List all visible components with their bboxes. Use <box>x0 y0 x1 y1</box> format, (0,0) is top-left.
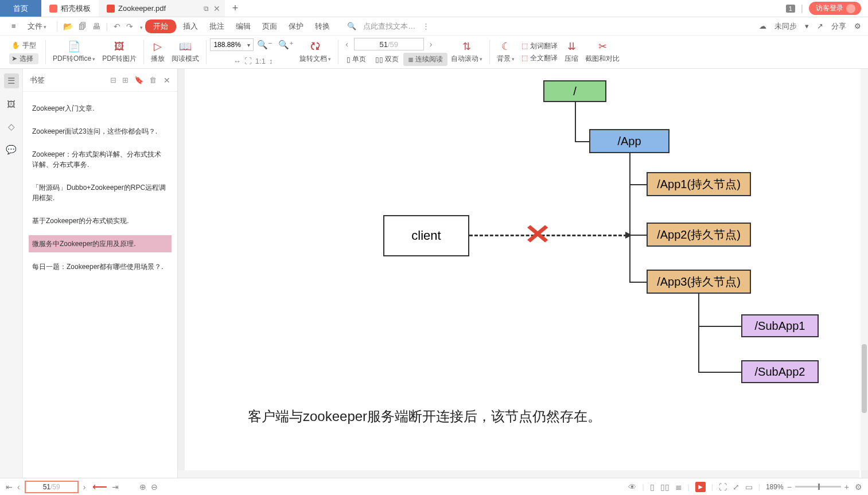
share-icon[interactable]: ↗ <box>817 22 823 30</box>
full-translate-button[interactable]: ⬚全文翻译 <box>521 53 558 63</box>
zoom-in-icon[interactable]: 🔍⁺ <box>276 40 296 50</box>
settings-icon[interactable]: ⚙ <box>854 22 861 30</box>
pdf-to-office-button[interactable]: 📄PDF转Office <box>49 40 99 64</box>
menu-insert[interactable]: 插入 <box>178 20 203 33</box>
horizontal-scrollbar[interactable] <box>178 470 859 478</box>
record-icon[interactable]: ▶ <box>695 482 706 492</box>
pdf-to-image-button[interactable]: 🖼PDF转图片 <box>99 41 140 64</box>
single-page-button[interactable]: ▯单页 <box>342 53 371 66</box>
select-mode-button[interactable]: ➤选择 <box>9 53 38 64</box>
page-next-icon[interactable]: › <box>426 40 436 49</box>
attachments-rail-icon[interactable]: ◇ <box>4 119 19 134</box>
outline-rail-icon[interactable]: ☰ <box>4 73 19 88</box>
settings-status-icon[interactable]: ⚙ <box>855 482 862 492</box>
background-button[interactable]: ☾背景 <box>493 40 518 64</box>
vertical-scrollbar[interactable] <box>861 69 868 470</box>
zoom-input[interactable]: ▾ <box>210 38 254 51</box>
first-page-icon[interactable]: ⇤ <box>6 482 13 492</box>
undo-icon[interactable]: ↶ <box>114 22 120 31</box>
bookmark-item[interactable]: Zookeeper入门文章. <box>29 100 172 117</box>
share-label[interactable]: 分享 <box>831 21 846 32</box>
tab-template[interactable]: 稻壳模板 <box>41 0 99 17</box>
add-page-icon[interactable]: ⊕ <box>139 482 146 492</box>
bookmark-item[interactable]: 「附源码」Dubbo+Zookeeper的RPC远程调用框架. <box>29 179 172 206</box>
zoom-in-btn[interactable]: + <box>844 482 849 492</box>
search-hint[interactable]: 点此查找文本… <box>359 20 420 33</box>
presentation-icon[interactable]: ▭ <box>745 482 753 492</box>
remove-page-icon[interactable]: ⊖ <box>151 482 158 492</box>
view-single-icon[interactable]: ▯ <box>650 482 655 492</box>
page-input[interactable]: 51/59 <box>354 38 424 50</box>
zoom-dropdown-icon[interactable]: ▾ <box>244 42 253 48</box>
bookmark-item[interactable]: Zookeeper面试23连问，这些你都会吗？. <box>29 123 172 140</box>
page-prev-icon[interactable]: ‹ <box>342 40 352 49</box>
next-page-icon[interactable]: › <box>83 482 86 492</box>
menu-comment[interactable]: 批注 <box>205 20 229 33</box>
menu-convert[interactable]: 转换 <box>310 20 334 33</box>
tab-close-icon[interactable]: ✕ <box>213 4 220 13</box>
panel-close-icon[interactable]: ✕ <box>164 76 170 85</box>
hand-mode-button[interactable]: ✋手型 <box>9 40 38 51</box>
scroll-thumb[interactable] <box>862 344 867 413</box>
word-translate-button[interactable]: ⬚划词翻译 <box>521 41 558 51</box>
zoom-out-icon[interactable]: 🔍⁻ <box>255 40 275 50</box>
comments-rail-icon[interactable]: 💬 <box>4 142 19 157</box>
play-button[interactable]: ▷播放 <box>147 40 168 64</box>
rotate-button[interactable]: 🗘旋转文档 <box>296 41 334 64</box>
zoom-value[interactable] <box>211 41 244 49</box>
document-viewport[interactable]: / /App /App1(持久节点) /App2(持久节点) /App3(持久节… <box>178 69 868 478</box>
tab-add-button[interactable]: + <box>225 0 246 17</box>
hamburger-icon[interactable]: ≡ <box>7 21 21 32</box>
print-icon[interactable]: 🖶 <box>92 22 100 31</box>
search-icon[interactable]: 🔍 <box>347 22 356 30</box>
double-page-button[interactable]: ▯▯双页 <box>371 53 403 66</box>
menu-protect[interactable]: 保护 <box>284 20 308 33</box>
tab-duplicate-icon[interactable]: ⧉ <box>204 5 209 13</box>
view-double-icon[interactable]: ▯▯ <box>660 482 670 492</box>
notification-badge[interactable]: 1 <box>786 5 795 13</box>
redo-icon[interactable]: ↷ <box>126 22 133 31</box>
fit-page-icon[interactable]: ⛶ <box>244 57 252 65</box>
collapse-all-icon[interactable]: ⊟ <box>110 76 116 84</box>
status-page-input[interactable]: 51/59 <box>25 481 79 493</box>
fullscreen-icon[interactable]: ⤢ <box>733 482 739 492</box>
bookmark-del-icon[interactable]: 🗑 <box>149 76 157 84</box>
thumbnails-rail-icon[interactable]: 🖼 <box>4 96 19 111</box>
autoscroll-button[interactable]: ⇅自动滚动 <box>447 40 486 64</box>
pdf-office-icon: 📄 <box>68 40 80 53</box>
file-menu[interactable]: 文件 <box>23 20 51 33</box>
fit-height-icon[interactable]: ↕ <box>269 57 273 65</box>
login-button[interactable]: 访客登录 <box>809 2 861 15</box>
cloud-icon[interactable]: ☁ <box>759 22 766 30</box>
bookmark-add-icon[interactable]: 🔖 <box>134 76 143 84</box>
read-mode-button[interactable]: 📖阅读模式 <box>168 40 203 64</box>
redo-dropdown[interactable] <box>139 22 143 31</box>
snip-compare-button[interactable]: ✂截图和对比 <box>582 40 623 64</box>
single-page-label: 单页 <box>352 54 366 64</box>
open-icon[interactable]: 📂 <box>63 22 73 31</box>
continuous-button[interactable]: ≣连续阅读 <box>403 53 447 66</box>
bookmark-item[interactable]: 基于Zookeeper的分布式锁实现. <box>29 212 172 229</box>
actual-size-icon[interactable]: 1:1 <box>255 57 266 65</box>
menu-page[interactable]: 页面 <box>258 20 282 33</box>
sync-dropdown-icon[interactable]: ▾ <box>805 22 809 30</box>
last-page-icon[interactable]: ⇥ <box>112 482 119 492</box>
fit-icon[interactable]: ⛶ <box>719 482 727 492</box>
tab-document[interactable]: Zookeeper.pdf ⧉ ✕ <box>99 0 225 17</box>
prev-page-icon[interactable]: ‹ <box>17 482 20 492</box>
compress-button[interactable]: ⇊压缩 <box>561 40 582 64</box>
tab-home[interactable]: 首页 <box>0 0 41 17</box>
menu-start[interactable]: 开始 <box>145 20 176 33</box>
save-icon[interactable]: 🗐 <box>79 22 87 31</box>
bookmark-item[interactable]: 每日一题：Zookeeper都有哪些使用场景？. <box>29 258 172 275</box>
eye-icon[interactable]: 👁 <box>628 482 636 492</box>
fit-width-icon[interactable]: ↔ <box>233 57 241 65</box>
view-continuous-icon[interactable]: ≣ <box>675 482 682 492</box>
menu-edit[interactable]: 编辑 <box>231 20 255 33</box>
bookmark-item[interactable]: Zookeeper：分布式架构详解、分布式技术详解、分布式事务. <box>29 146 172 173</box>
zoom-out-btn[interactable]: − <box>787 482 792 492</box>
expand-all-icon[interactable]: ⊞ <box>122 76 129 84</box>
search-more-icon[interactable]: ⋮ <box>422 22 430 30</box>
bookmark-item[interactable]: 微服务中Zookeeper的应用及原理. <box>29 235 172 252</box>
zoom-slider[interactable] <box>795 486 841 488</box>
